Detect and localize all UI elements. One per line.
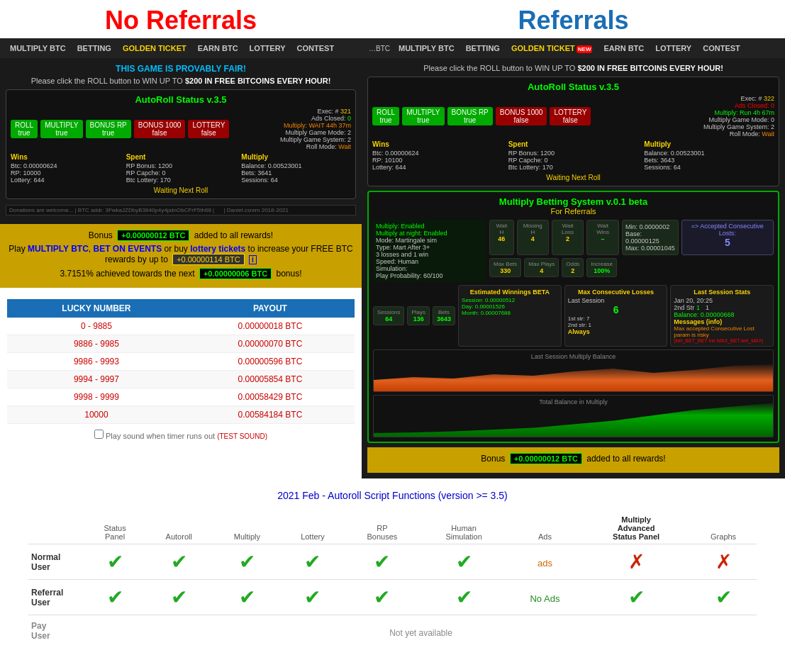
payout-table: LUCKY NUMBER PAYOUT 0 - 9885 0.00000018 … bbox=[7, 299, 355, 424]
sessions-stat: Sessions: 64 bbox=[241, 177, 351, 184]
base-bet: Base: 0.00000125 bbox=[625, 230, 675, 245]
last-session-label: Last Session bbox=[568, 297, 664, 304]
right-nav-betting[interactable]: BETTING bbox=[460, 44, 506, 52]
right-nav-contest[interactable]: CONTEST bbox=[697, 44, 746, 52]
btn-bonus-1000-false[interactable]: BONUS 1000false bbox=[134, 120, 186, 138]
payout-1: 0.00000018 BTC bbox=[186, 318, 355, 335]
sound-test-link[interactable]: (TEST SOUND) bbox=[217, 432, 267, 440]
right-nav: …BTC MULTIPLY BTC BETTING GOLDEN TICKETN… bbox=[362, 38, 785, 58]
normal-autoroll: ✔ bbox=[145, 544, 213, 580]
day-est: Day: 0.00001526 bbox=[462, 303, 558, 310]
wait-wins-val: – bbox=[591, 235, 615, 242]
pay-user-row: Pay User Not yet available bbox=[28, 615, 757, 647]
normal-graphs: ✗ bbox=[690, 544, 757, 580]
payout-3: 0.00000596 BTC bbox=[186, 353, 355, 371]
last-session-title: Last Session Stats bbox=[674, 289, 770, 296]
increase-box: Increase 100% bbox=[586, 258, 617, 277]
estimated-winnings-box: Estimated Winnings BETA Session: 0.00000… bbox=[458, 285, 562, 347]
right-nav-lottery[interactable]: LOTTERY bbox=[650, 44, 697, 52]
check-icon: ✔ bbox=[239, 551, 255, 573]
month-est: Month: 0.00007688 bbox=[462, 310, 558, 316]
left-nav-golden[interactable]: GOLDEN TICKET bbox=[117, 44, 192, 52]
waiting-roll: Waiting Next Roll bbox=[11, 186, 351, 194]
cross-icon: ✗ bbox=[716, 551, 732, 573]
right-wins-col: Wins Btc: 0.00000624 RP: 10100 Lottery: … bbox=[372, 140, 503, 171]
payout-row-4: 9994 - 9997 0.00005854 BTC bbox=[7, 371, 355, 388]
min-bet: Min: 0.0000002 bbox=[625, 223, 675, 230]
cross-icon: ✗ bbox=[628, 551, 645, 573]
left-nav-contest[interactable]: CONTEST bbox=[291, 44, 340, 52]
left-nav-earn[interactable]: EARN BTC bbox=[192, 44, 244, 52]
right-btn-lottery[interactable]: LOTTERYfalse bbox=[550, 107, 591, 125]
right-spent-header: Spent bbox=[508, 140, 639, 148]
right-ads: Ads Closed: 0 bbox=[703, 102, 774, 109]
not-available-text: Not yet available bbox=[389, 628, 452, 638]
right-btn-bonus-1000[interactable]: BONUS 1000false bbox=[496, 107, 547, 125]
btn-roll-true[interactable]: ROLLtrue bbox=[11, 120, 38, 138]
ml-play-prob: Play Probability: 60/100 bbox=[376, 272, 484, 279]
btn-lottery-false[interactable]: LOTTERYfalse bbox=[188, 120, 229, 138]
referral-lottery: ✔ bbox=[281, 580, 344, 615]
param-row-1: Wait H 46 Missing H 4 Wait Loss 2 bbox=[489, 220, 774, 255]
sound-text: Play sound when timer runs out bbox=[106, 432, 215, 440]
range-5: 9998 - 9999 bbox=[7, 388, 186, 406]
check-icon: ✔ bbox=[716, 586, 732, 608]
wait-loss-label: Wait Loss bbox=[556, 223, 579, 235]
max-bets-val: 330 bbox=[494, 267, 517, 274]
right-nav-golden[interactable]: GOLDEN TICKETNEW bbox=[506, 44, 599, 52]
right-nav-multiply[interactable]: MULTIPLY BTC bbox=[393, 44, 460, 52]
odds-box: Odds 2 bbox=[562, 258, 584, 277]
accepted-text: => Accepted Consecutive Losts: bbox=[684, 223, 771, 237]
wait-h-label: Wait H bbox=[494, 223, 510, 235]
donation-bar: Donations are welcome... | BTC addr: 3Fw… bbox=[6, 205, 356, 215]
right-bonus-label: Bonus bbox=[481, 454, 507, 464]
col-graphs: Graphs bbox=[690, 513, 757, 544]
bet-link[interactable]: BET ON EVENTS bbox=[94, 244, 162, 254]
max-plays-val: 4 bbox=[528, 267, 555, 274]
right-btn-bonus-rp[interactable]: BONUS RPtrue bbox=[447, 107, 493, 125]
right-btn-roll[interactable]: ROLLtrue bbox=[372, 107, 399, 125]
wins-header: Wins bbox=[11, 153, 121, 161]
sound-checkbox[interactable] bbox=[94, 430, 104, 439]
max-plays-label: Max Plays bbox=[528, 261, 555, 267]
exec-num: Exec: # 321 bbox=[280, 108, 351, 115]
normal-user-label: Normal User bbox=[28, 544, 85, 580]
right-btn-multiply[interactable]: MULTIPLYtrue bbox=[402, 107, 444, 125]
max-accepted-msg: Max accepted Consecutive Lost param is r… bbox=[674, 325, 770, 338]
total-balance-graph: Total Balance in Multiply bbox=[373, 395, 774, 437]
top-section: No Referrals MULTIPLY BTC BETTING GOLDEN… bbox=[0, 0, 785, 478]
left-nav-betting[interactable]: BETTING bbox=[72, 44, 117, 52]
payout-5: 0.00058429 BTC bbox=[186, 388, 355, 406]
right-bets: Bets: 3643 bbox=[644, 157, 774, 164]
right-nav-earn[interactable]: EARN BTC bbox=[598, 44, 650, 52]
btn-bonus-rp-true[interactable]: BONUS RPtrue bbox=[86, 120, 131, 138]
payout-row-5: 9998 - 9999 0.00058429 BTC bbox=[7, 388, 355, 406]
right-exec: Exec: # 322 bbox=[703, 95, 774, 102]
missing-h-val: 4 bbox=[521, 235, 545, 242]
referral-autoroll: ✔ bbox=[145, 580, 213, 615]
last-session-date: Jan 20, 20:25 bbox=[674, 297, 770, 304]
wait-loss-box: Wait Loss 2 bbox=[552, 220, 584, 255]
info-icon[interactable]: i bbox=[249, 255, 257, 264]
no-ads-label: No Ads bbox=[530, 593, 559, 604]
payout-2: 0.00000070 BTC bbox=[186, 335, 355, 353]
check-icon: ✔ bbox=[456, 586, 472, 608]
multiply-link[interactable]: MULTIPLY BTC bbox=[28, 244, 89, 254]
first-str-stat: 2nd Str 1 bbox=[674, 304, 700, 311]
ads-label: ads bbox=[538, 558, 552, 569]
right-capche: RP Capche: 0 bbox=[508, 157, 639, 164]
btn-multiply-true[interactable]: MULTIPLYtrue bbox=[40, 120, 82, 138]
left-nav-lottery[interactable]: LOTTERY bbox=[244, 44, 291, 52]
accepted-box: => Accepted Consecutive Losts: 5 bbox=[681, 220, 774, 255]
cons-first: 1st str: 7 bbox=[568, 315, 664, 322]
right-panel: Referrals …BTC MULTIPLY BTC BETTING GOLD… bbox=[362, 0, 785, 478]
col-lucky-number: LUCKY NUMBER bbox=[7, 299, 186, 318]
lottery-link[interactable]: lottery tickets bbox=[190, 244, 245, 254]
bets-stat-box: Bets 3643 bbox=[433, 306, 455, 325]
new-badge: NEW bbox=[577, 45, 593, 53]
ml-type: Type: Mart After 3+ bbox=[376, 244, 484, 251]
right-autoroll-box: AutoRoll Status v.3.5 ROLLtrue MULTIPLYt… bbox=[367, 77, 779, 186]
max-cons-title: Max Consecutive Losses bbox=[568, 289, 664, 296]
left-nav-multiply[interactable]: MULTIPLY BTC bbox=[4, 44, 72, 52]
payout-row-3: 9986 - 9993 0.00000596 BTC bbox=[7, 353, 355, 371]
